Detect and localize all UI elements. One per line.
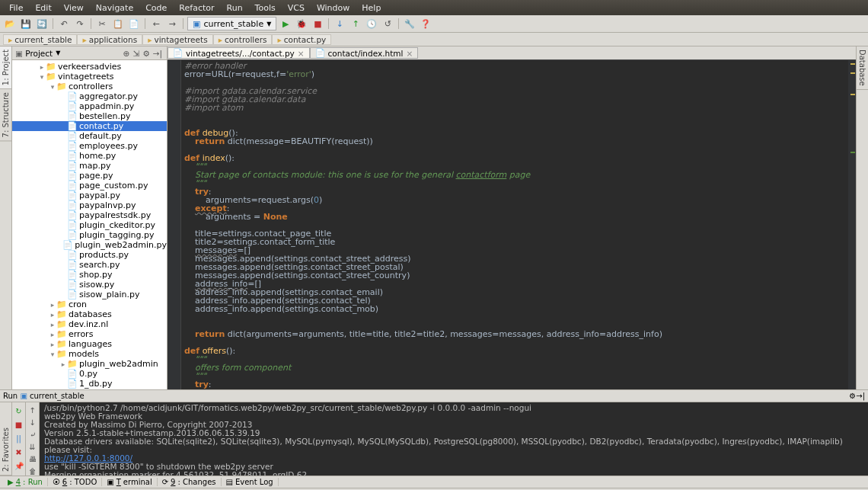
tree-item[interactable]: 📄employees.py [12,141,167,151]
tree-item[interactable]: 📄aggregator.py [12,91,167,101]
redo-icon[interactable]: ↷ [73,17,87,30]
tree-item[interactable]: ▾📁controllers [12,82,167,91]
tree-item[interactable]: 📄bestellen.py [12,111,167,121]
vcs-update-icon[interactable]: ↓ [333,17,346,30]
code-line[interactable]: def offers(): [168,347,856,355]
tree-item[interactable]: 📄plugin_tagging.py [12,230,167,240]
tree-item[interactable]: ▸📁cron [12,299,167,309]
code-line[interactable] [168,313,856,322]
code-line[interactable] [168,146,856,154]
code-line[interactable]: address_info.append(settings.contact_mob… [168,305,856,313]
tree-item[interactable]: 📄paypalnvp.py [12,200,167,210]
pin-icon[interactable]: 📌 [14,460,24,471]
menu-view[interactable]: View [58,2,90,14]
forward-icon[interactable]: → [165,17,179,30]
stop-icon[interactable]: ■ [14,419,24,430]
menu-vcs[interactable]: VCS [282,2,311,14]
pause-icon[interactable]: || [14,433,24,444]
scroll-icon[interactable]: ⇊ [27,442,38,451]
up-icon[interactable]: ↑ [27,405,38,415]
code-line[interactable]: Start page of contacts module: this one … [168,171,856,179]
tree-item[interactable]: 📄default.py [12,131,167,141]
vcs-revert-icon[interactable]: ↺ [381,17,394,30]
undo-icon[interactable]: ↶ [57,17,71,30]
code-line[interactable]: #import atom [168,104,856,112]
project-tree[interactable]: ▸📁verkeersadvies▾📁vintagetreets▾📁control… [12,60,167,389]
run-hide-icon[interactable]: →| [856,392,865,400]
tree-item[interactable]: 📄paypal.py [12,191,167,200]
code-line[interactable]: error=URL(r=request,f='error') [168,70,856,78]
tree-item[interactable]: 📄contact.py [12,121,167,131]
close-tab-icon[interactable]: × [298,49,305,58]
run-settings-icon[interactable]: ⚙ [849,392,856,400]
down-icon[interactable]: ↓ [27,418,38,427]
code-line[interactable]: arguments = None [168,213,856,221]
tree-item[interactable]: ▾📁models [12,349,167,359]
tree-item[interactable]: 📄plugin_ckeditor.py [12,220,167,230]
code-line[interactable]: title2=settings.contact_form_title [168,238,856,246]
sync-icon[interactable]: 🔄 [35,17,49,30]
code-line[interactable]: return dict(message=BEAUTIFY(request)) [168,137,856,146]
wrap-icon[interactable]: ⤶ [27,430,38,439]
vcs-history-icon[interactable]: 🕓 [365,17,378,30]
side-tab-structure[interactable]: 7: Structure [0,89,11,141]
tree-item[interactable]: 📄products.py [12,250,167,260]
tree-item[interactable]: 📄sisow.py [12,280,167,290]
stop-icon[interactable]: ■ [311,17,324,30]
scroll-from-source-icon[interactable]: ⊕ [122,49,132,58]
menu-refactor[interactable]: Refactor [173,2,220,14]
side-tab-database[interactable]: Database [857,46,868,90]
breadcrumb-item[interactable]: ▸contact.py [272,34,331,45]
tree-item[interactable]: 📄home.py [12,151,167,161]
tree-item[interactable]: 📄shop.py [12,270,167,280]
editor-tab[interactable]: 📄contact/index.html× [310,47,419,59]
close-icon[interactable]: ✖ [14,447,24,457]
tree-item[interactable]: 📄appadmin.py [12,101,167,111]
menu-tools[interactable]: Tools [249,2,282,14]
run-icon[interactable]: ▶ [279,17,292,30]
bottom-tab-run[interactable]: ▶4: Run [3,478,48,486]
settings-icon[interactable]: 🔧 [403,17,416,30]
bottom-tab-todo[interactable]: ⦿6: TODO [48,478,102,486]
editor-gutter[interactable] [168,60,181,389]
tree-item[interactable]: ▸📁languages [12,339,167,349]
cut-icon[interactable]: ✂ [95,17,109,30]
code-line[interactable]: def index(): [168,154,856,162]
tree-item[interactable]: ▸📁databases [12,309,167,319]
bottom-tab-changes[interactable]: ⟳9: Changes [158,478,222,486]
panel-settings-icon[interactable]: ⚙ [141,49,151,58]
open-icon[interactable]: 📂 [3,17,17,30]
menu-run[interactable]: Run [221,2,249,14]
code-line[interactable] [168,112,856,120]
tree-item[interactable]: 📄1_db.py [12,379,167,389]
tree-item[interactable]: ▾📁vintagetreets [12,72,167,82]
tree-item[interactable]: ▸📁errors [12,329,167,339]
collapse-icon[interactable]: ⇲ [131,49,141,58]
tree-item[interactable]: ▸📁plugin_web2admin [12,359,167,369]
code-editor[interactable]: #error handlererror=URL(r=request,f='err… [168,60,856,389]
tree-item[interactable]: ▸📁dev.inz.nl [12,319,167,329]
menu-navigate[interactable]: Navigate [90,2,139,14]
code-line[interactable]: messages.append(settings.contact_street_… [168,271,856,280]
event-log-button[interactable]: ▤ Event Log [222,478,279,486]
menu-file[interactable]: File [3,2,29,14]
breadcrumb-item[interactable]: ▸current_stable [3,34,77,45]
bottom-tab-terminal[interactable]: ▣Terminal [102,478,157,486]
tree-item[interactable]: 📄plugin_web2admin.py [12,240,167,250]
code-line[interactable] [168,338,856,347]
breadcrumb-item[interactable]: ▸controllers [213,34,273,45]
hide-icon[interactable]: →| [152,49,164,58]
tree-item[interactable]: 📄sisow_plain.py [12,290,167,299]
close-tab-icon[interactable]: × [406,49,413,58]
save-icon[interactable]: 💾 [19,17,33,30]
rerun-icon[interactable]: ↻ [14,405,24,416]
copy-icon[interactable]: 📋 [111,17,125,30]
menu-help[interactable]: Help [356,2,387,14]
code-line[interactable]: """ [168,179,856,187]
print-icon[interactable]: 🖶 [27,454,38,463]
code-line[interactable]: """ [168,372,856,380]
breadcrumb-item[interactable]: ▸applications [77,34,142,45]
tree-item[interactable]: ▸📁verkeersadvies [12,62,167,72]
code-line[interactable]: #import gdata.calendar.data [168,95,856,104]
code-line[interactable]: arguments=request.args(0) [168,196,856,204]
